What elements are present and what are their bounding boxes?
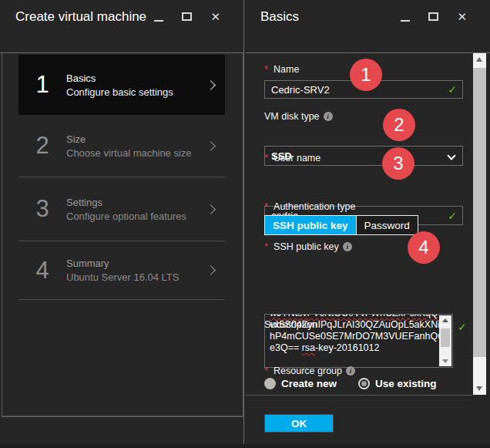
scroll-up-button[interactable] — [473, 53, 486, 66]
footer-divider — [245, 395, 472, 396]
step-subtitle: Choose virtual machine size — [66, 147, 207, 159]
auth-type-label: * Authentication type — [264, 200, 463, 212]
step-text: Size Choose virtual machine size — [66, 133, 207, 159]
step-divider — [18, 299, 225, 300]
minimize-icon[interactable] — [154, 12, 163, 22]
ok-button[interactable]: OK — [264, 414, 334, 433]
auth-option-ssh[interactable]: SSH public key — [265, 216, 356, 234]
chevron-right-icon — [206, 141, 216, 151]
right-titlebar: Basics ✕ — [245, 0, 490, 53]
label-text: Resource group — [274, 365, 342, 376]
basics-blade: Basics ✕ * Name Cedric-SRV2 ✓ VM disk ty… — [245, 0, 490, 448]
required-marker: * — [264, 63, 268, 75]
resource-group-radios: Create new Use existing — [264, 378, 463, 389]
wizard-steps: 1 Basics Configure basic settings 2 Size… — [2, 53, 243, 416]
right-window-controls: ✕ — [401, 9, 467, 23]
step-number: 2 — [18, 132, 66, 160]
auth-option-password[interactable]: Password — [356, 216, 418, 234]
step-title: Settings — [66, 197, 207, 208]
annotation-badge-1: 1 — [350, 59, 382, 91]
radio-label: Create new — [281, 378, 337, 389]
step-size[interactable]: 2 Size Choose virtual machine size — [18, 115, 225, 177]
auth-type-toggle: SSH public key Password — [264, 215, 463, 235]
step-number: 4 — [18, 257, 66, 285]
chevron-right-icon — [206, 204, 216, 214]
label-text: User name — [274, 153, 321, 163]
step-basics[interactable]: 1 Basics Configure basic settings — [18, 55, 225, 115]
step-subtitle: Ubuntu Server 16.04 LTS — [66, 271, 207, 283]
step-number: 3 — [18, 195, 66, 223]
step-title: Summary — [66, 258, 207, 269]
radio-use-existing[interactable]: Use existing — [358, 378, 437, 389]
required-marker: * — [264, 152, 268, 163]
left-titlebar: Create virtual machine ✕ — [0, 0, 243, 53]
step-summary[interactable]: 4 Summary Ubuntu Server 16.04 LTS — [18, 241, 225, 299]
step-subtitle: Configure basic settings — [66, 86, 207, 98]
info-icon[interactable]: i — [343, 242, 352, 251]
ssh-line: -key-20161012 — [315, 342, 379, 353]
misspelled-word: rsa — [302, 342, 315, 353]
radio-icon — [264, 378, 276, 389]
step-title: Basics — [66, 72, 207, 84]
vm-disk-type-label: VM disk type i — [264, 111, 463, 122]
close-icon[interactable]: ✕ — [210, 11, 220, 22]
triangle-down-icon — [442, 359, 448, 363]
label-text: SSH public key — [274, 241, 339, 252]
step-text: Summary Ubuntu Server 16.04 LTS — [66, 258, 207, 283]
info-icon[interactable]: i — [346, 366, 355, 376]
step-subtitle: Configure optional features — [66, 211, 207, 222]
page-title: Create virtual machine — [15, 9, 146, 25]
create-vm-blade: Create virtual machine ✕ 1 Basics Config… — [0, 0, 244, 448]
valid-check-icon: ✓ — [448, 83, 457, 96]
resource-group-label: * Resource group i — [264, 365, 463, 376]
form-scrollbar — [473, 53, 486, 395]
close-icon[interactable]: ✕ — [457, 11, 467, 22]
step-number: 1 — [18, 71, 66, 99]
info-icon[interactable]: i — [324, 112, 333, 121]
triangle-down-icon — [476, 386, 482, 391]
label-text: Name — [274, 64, 299, 75]
label-text: Subscription — [264, 319, 317, 330]
label-text: VM disk type — [264, 111, 320, 122]
ssh-line: hP4mCUSe0SE7MrDO7M3VUEFanhQO — [270, 331, 439, 342]
chevron-right-icon — [206, 265, 216, 275]
blade-title: Basics — [260, 9, 299, 25]
radio-selected-icon — [358, 378, 370, 389]
minimize-icon[interactable] — [401, 12, 410, 22]
step-title: Size — [66, 133, 207, 145]
annotation-badge-2: 2 — [383, 109, 415, 141]
user-name-label: * User name — [264, 152, 463, 163]
label-text: Authentication type — [274, 201, 355, 212]
window-bottom-edge — [0, 444, 490, 448]
maximize-icon[interactable] — [428, 12, 438, 21]
basics-form: * Name Cedric-SRV2 ✓ VM disk type i SSD … — [245, 53, 490, 395]
ssh-line: e3Q== — [270, 342, 302, 353]
create-vm-window: Create virtual machine ✕ 1 Basics Config… — [0, 0, 490, 448]
subscription-label: Subscription — [264, 319, 463, 330]
scroll-thumb[interactable] — [441, 328, 450, 347]
scroll-down-button[interactable] — [473, 382, 486, 395]
triangle-up-icon — [476, 57, 482, 62]
scroll-thumb[interactable] — [473, 68, 486, 357]
annotation-badge-3: 3 — [382, 147, 414, 180]
radio-label: Use existing — [375, 378, 437, 389]
chevron-right-icon — [206, 80, 216, 90]
left-window-controls: ✕ — [154, 9, 220, 23]
required-marker: * — [264, 200, 268, 212]
step-settings[interactable]: 3 Settings Configure optional features — [18, 177, 225, 241]
required-marker: * — [264, 241, 268, 252]
maximize-icon[interactable] — [182, 12, 192, 21]
step-text: Settings Configure optional features — [66, 197, 207, 222]
radio-create-new[interactable]: Create new — [264, 378, 337, 389]
step-text: Basics Configure basic settings — [66, 72, 207, 98]
toggle-group: SSH public key Password — [264, 215, 418, 235]
footer-divider — [2, 416, 243, 417]
annotation-badge-4: 4 — [408, 231, 440, 264]
name-value: Cedric-SRV2 — [271, 84, 330, 96]
required-marker: * — [264, 365, 268, 376]
